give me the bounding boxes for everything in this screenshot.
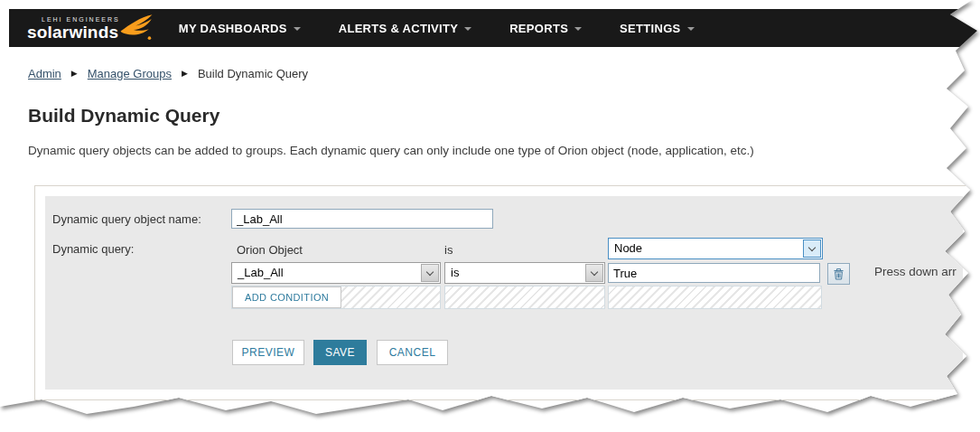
preview-button[interactable]: PREVIEW <box>232 340 304 365</box>
breadcrumb-link-admin[interactable]: Admin <box>28 67 61 80</box>
nav-menu: MY DASHBOARDS ALERTS & ACTIVITY REPORTS … <box>179 22 733 35</box>
breadcrumb-separator-icon: ▶ <box>71 68 78 80</box>
condition-value-input[interactable] <box>608 263 820 283</box>
column-header-object: Orion Object <box>237 243 303 257</box>
page-title: Build Dynamic Query <box>28 105 219 127</box>
solarwinds-logo-text: LEHI ENGINEERS solarwinds <box>27 15 120 41</box>
page-description: Dynamic query objects can be added to gr… <box>28 144 754 157</box>
breadcrumb-current: Build Dynamic Query <box>198 67 308 80</box>
nav-item-label: ALERTS & ACTIVITY <box>339 22 458 35</box>
delete-condition-button[interactable] <box>827 263 850 285</box>
solarwinds-logo[interactable]: LEHI ENGINEERS solarwinds <box>27 15 154 42</box>
condition-operator-value: is <box>451 266 459 279</box>
chevron-down-icon <box>808 243 816 250</box>
cancel-button[interactable]: CANCEL <box>377 340 448 365</box>
chevron-down-icon <box>426 268 434 275</box>
nav-item-label: REPORTS <box>509 22 568 35</box>
chevron-down-icon <box>591 268 598 275</box>
column-header-operator: is <box>444 243 453 257</box>
nav-item-my-dashboards[interactable]: MY DASHBOARDS <box>179 22 301 35</box>
select-dropdown-button[interactable] <box>421 264 439 282</box>
select-dropdown-button[interactable] <box>585 264 603 282</box>
breadcrumb-separator-icon: ▶ <box>182 68 188 80</box>
query-form-container: Dynamic query object name: Dynamic query… <box>34 185 974 400</box>
object-type-value: Node <box>614 241 642 255</box>
torn-screenshot-wrapper: LEHI ENGINEERS solarwinds MY DASHBOARDS … <box>0 0 980 432</box>
dynamic-query-label: Dynamic query: <box>52 242 134 256</box>
nav-item-label: MY DASHBOARDS <box>179 22 287 35</box>
add-condition-button[interactable]: ADD CONDITION <box>232 286 341 308</box>
nav-item-label: SETTINGS <box>620 22 680 35</box>
solarwinds-swoosh-icon <box>119 13 154 42</box>
query-name-input[interactable] <box>231 209 493 229</box>
breadcrumb: Admin ▶ Manage Groups ▶ Build Dynamic Qu… <box>28 67 308 80</box>
trash-icon <box>833 268 845 280</box>
query-name-label: Dynamic query object name: <box>52 212 201 226</box>
logo-wordmark: solarwinds <box>27 23 120 41</box>
condition-operator-select[interactable]: is <box>444 262 605 284</box>
condition-field-value: _Lab_All <box>238 266 284 279</box>
hatched-cell <box>444 286 605 309</box>
nav-item-reports[interactable]: REPORTS <box>509 22 582 35</box>
nav-item-alerts-activity[interactable]: ALERTS & ACTIVITY <box>339 22 471 35</box>
object-type-select[interactable]: Node <box>608 238 823 259</box>
top-nav-bar: LEHI ENGINEERS solarwinds MY DASHBOARDS … <box>9 9 980 47</box>
breadcrumb-link-manage-groups[interactable]: Manage Groups <box>88 67 172 80</box>
nav-item-settings[interactable]: SETTINGS <box>620 22 694 35</box>
press-down-hint: Press down arr <box>874 265 957 278</box>
chevron-down-icon <box>687 27 695 31</box>
chevron-down-icon <box>464 27 471 31</box>
chevron-down-icon <box>574 27 582 31</box>
select-dropdown-button[interactable] <box>803 239 821 258</box>
query-form-panel: Dynamic query object name: Dynamic query… <box>45 196 963 390</box>
page-background: LEHI ENGINEERS solarwinds MY DASHBOARDS … <box>0 0 980 432</box>
hatched-cell <box>608 286 822 309</box>
condition-field-select[interactable]: _Lab_All <box>231 262 441 284</box>
chevron-down-icon <box>294 27 301 31</box>
save-button[interactable]: SAVE <box>313 340 367 365</box>
